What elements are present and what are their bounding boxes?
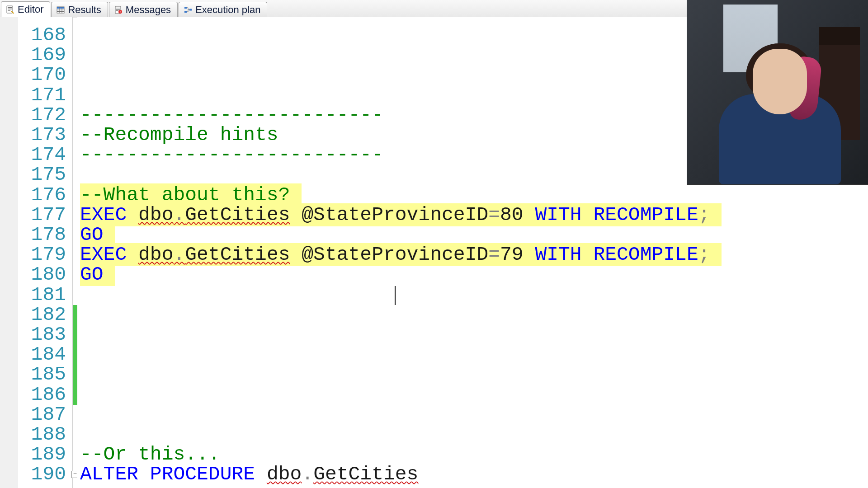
line-number: 190: [31, 465, 66, 484]
svg-rect-3: [8, 10, 10, 11]
line-number: 183: [31, 325, 66, 345]
tab-execution-plan[interactable]: Execution plan: [179, 2, 267, 18]
svg-rect-18: [189, 9, 192, 11]
tab-editor-label: Editor: [18, 4, 43, 15]
line-number: 174: [31, 145, 66, 165]
webcam-overlay: [687, 0, 868, 185]
code-line[interactable]: GO: [80, 225, 115, 245]
line-number: 170: [31, 65, 66, 85]
change-marker: [73, 305, 77, 405]
line-number-gutter: 1681691701711721731741751761771781791801…: [18, 17, 73, 488]
code-line[interactable]: --------------------------: [80, 105, 383, 125]
line-number: 169: [31, 45, 66, 65]
svg-rect-13: [116, 10, 118, 11]
line-number: 168: [31, 25, 66, 45]
svg-rect-11: [116, 8, 120, 8]
line-number: 184: [31, 345, 66, 365]
line-number: 178: [31, 225, 66, 245]
svg-rect-5: [57, 7, 64, 9]
line-number: 188: [31, 425, 66, 445]
line-number: 176: [31, 185, 66, 205]
code-line[interactable]: --Recompile hints: [80, 125, 278, 145]
line-number: 180: [31, 265, 66, 285]
messages-icon: !: [114, 5, 123, 14]
code-line[interactable]: ALTER PROCEDURE dbo.GetCities: [80, 465, 418, 484]
tab-execution-plan-label: Execution plan: [195, 4, 260, 16]
change-indicator-bar: −: [73, 17, 77, 488]
tab-editor[interactable]: Editor: [1, 1, 50, 18]
editor-icon: [6, 5, 15, 14]
svg-rect-16: [184, 7, 187, 9]
results-grid-icon: [56, 5, 65, 14]
line-number: 171: [31, 85, 66, 105]
code-line[interactable]: EXEC dbo.GetCities @StateProvinceID=80 W…: [80, 205, 722, 225]
line-number: 189: [31, 445, 66, 465]
line-number: 172: [31, 105, 66, 125]
svg-rect-1: [8, 7, 12, 8]
svg-rect-2: [8, 9, 12, 9]
line-number: 177: [31, 205, 66, 225]
code-line[interactable]: EXEC dbo.GetCities @StateProvinceID=79 W…: [80, 245, 722, 265]
line-number: 175: [31, 165, 66, 185]
svg-rect-12: [116, 9, 120, 9]
line-number: 173: [31, 125, 66, 145]
tab-messages[interactable]: ! Messages: [109, 2, 178, 18]
line-number: 179: [31, 245, 66, 265]
line-number: 186: [31, 385, 66, 405]
text-caret: [395, 286, 396, 305]
app-window: Editor Results: [0, 0, 868, 488]
line-number: 187: [31, 405, 66, 425]
line-number: 181: [31, 285, 66, 305]
code-line[interactable]: GO: [80, 265, 115, 285]
tab-results-label: Results: [68, 4, 101, 16]
code-line[interactable]: --What about this?: [80, 185, 302, 205]
line-number: 182: [31, 305, 66, 325]
execution-plan-icon: [184, 5, 193, 14]
line-number: 185: [31, 365, 66, 385]
editor-left-margin: [0, 17, 18, 488]
svg-rect-17: [184, 11, 187, 13]
tab-results[interactable]: Results: [51, 2, 108, 18]
code-line[interactable]: --Or this...: [80, 445, 220, 465]
tab-messages-label: Messages: [126, 4, 171, 16]
code-line[interactable]: --------------------------: [80, 145, 383, 165]
